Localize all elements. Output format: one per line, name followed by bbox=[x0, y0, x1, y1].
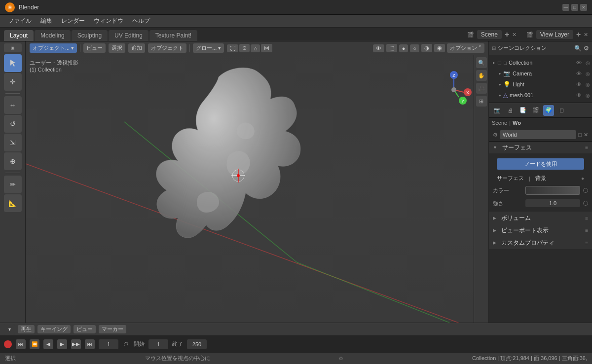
close-btn[interactable]: ✕ bbox=[580, 4, 587, 11]
tab-modeling[interactable]: Modeling bbox=[35, 30, 71, 41]
marker-btn[interactable]: マーカー bbox=[99, 325, 126, 333]
end-frame[interactable]: 250 bbox=[187, 339, 207, 349]
surface-section-header[interactable]: ▼ サーフェス ≡ bbox=[489, 142, 592, 153]
object-mode-dropdown[interactable]: オブジェクト... ▾ bbox=[30, 43, 77, 53]
rendered-btn[interactable]: ◉ bbox=[434, 44, 445, 52]
camera-eye[interactable]: 👁 bbox=[576, 71, 582, 76]
custom-props-options[interactable]: ≡ bbox=[585, 240, 588, 246]
prev-frame-btn[interactable]: ⏪ bbox=[30, 339, 39, 349]
camera-hide[interactable]: ◎ bbox=[586, 71, 590, 76]
outliner-item-collection[interactable]: ▸ ☐ □ Collection 👁 ◎ bbox=[489, 57, 592, 68]
material-btn[interactable]: ◑ bbox=[421, 44, 432, 52]
menu-window[interactable]: ウィンドウ bbox=[90, 16, 127, 26]
outliner-options[interactable]: ⚙ bbox=[584, 45, 589, 52]
collection-eye[interactable]: 👁 bbox=[576, 60, 582, 66]
jump-end-btn[interactable]: ⏭ bbox=[85, 339, 95, 349]
menu-edit[interactable]: 編集 bbox=[37, 16, 56, 26]
viewport-display-section-header[interactable]: ▶ ビューポート表示 ≡ bbox=[489, 224, 592, 236]
scene-props-btn[interactable]: 🎬 bbox=[530, 105, 541, 116]
mesh-eye[interactable]: 👁 bbox=[576, 92, 582, 98]
light-hide[interactable]: ◎ bbox=[586, 82, 590, 87]
scene-selector[interactable]: Scene bbox=[477, 30, 502, 39]
outliner-item-camera[interactable]: ▸ 📷 Camera 👁 ◎ bbox=[495, 68, 592, 79]
start-frame[interactable]: 1 bbox=[148, 339, 168, 349]
view-btn[interactable]: ビュー bbox=[74, 325, 96, 333]
viewport-display-options[interactable]: ≡ bbox=[585, 228, 588, 233]
3d-viewport[interactable]: ユーザー・透視投影 (1) Collection bbox=[26, 55, 488, 323]
collection-hide[interactable]: ◎ bbox=[586, 60, 590, 66]
outliner-item-light[interactable]: ▸ 💡 Light 👁 ◎ bbox=[495, 79, 592, 90]
measure-tool[interactable]: 📐 bbox=[4, 194, 22, 212]
render-props-btn[interactable]: 📷 bbox=[492, 105, 503, 116]
annotate-tool[interactable]: ✏ bbox=[4, 176, 22, 193]
object-props-btn[interactable]: ◻ bbox=[556, 105, 567, 116]
grid-tool[interactable]: ⊞ bbox=[476, 96, 487, 107]
pie-btn[interactable]: ⋈ bbox=[261, 44, 272, 52]
world-name-btn[interactable]: World bbox=[500, 130, 576, 139]
viewport-add-menu[interactable]: 追加 bbox=[128, 43, 145, 53]
volume-options[interactable]: ≡ bbox=[585, 216, 588, 221]
volume-section-header[interactable]: ▶ ボリューム ≡ bbox=[489, 212, 592, 224]
light-eye[interactable]: 👁 bbox=[576, 81, 582, 87]
transform-dropdown[interactable]: グロー... ▾ bbox=[193, 43, 224, 53]
mesh-hide[interactable]: ◎ bbox=[586, 93, 590, 98]
world-unlink-btn[interactable]: ✕ bbox=[584, 132, 588, 138]
world-tab-label[interactable]: Wo bbox=[513, 120, 521, 126]
tab-layout[interactable]: Layout bbox=[4, 30, 34, 41]
menu-help[interactable]: ヘルプ bbox=[128, 16, 154, 26]
play-btn[interactable]: ▶ bbox=[57, 339, 67, 349]
axis-widget: Z X Y bbox=[434, 70, 474, 109]
timeline-menu-btn[interactable]: ▾ bbox=[4, 324, 15, 335]
camera-tool[interactable]: 🎥 bbox=[476, 83, 487, 94]
tool-separator-1 bbox=[5, 93, 20, 94]
world-props-btn[interactable]: 🌍 bbox=[543, 105, 554, 116]
step-fwd-btn[interactable]: ▶▶ bbox=[71, 339, 81, 349]
camera-view-btn[interactable]: 👁 bbox=[373, 44, 384, 52]
zoom-tool[interactable]: 🔍 bbox=[476, 57, 487, 68]
move-tool[interactable]: ↔ bbox=[4, 96, 22, 114]
keying-btn[interactable]: キーイング bbox=[37, 325, 71, 333]
view-layer-selector[interactable]: View Layer bbox=[536, 30, 573, 39]
scale-tool[interactable]: ⇲ bbox=[4, 134, 22, 151]
right-viewport-tools: 🔍 ✋ 🎥 ⊞ bbox=[474, 55, 488, 323]
viewport-select-menu[interactable]: 選択 bbox=[109, 43, 125, 53]
view-layer-props-btn[interactable]: 📑 bbox=[518, 105, 528, 116]
xray-btn[interactable]: ⬚ bbox=[386, 44, 397, 52]
jump-start-btn[interactable]: ⏮ bbox=[16, 339, 26, 349]
tab-sculpting[interactable]: Sculpting bbox=[72, 30, 108, 41]
custom-props-section-header[interactable]: ▶ カスタムプロパティ ≡ bbox=[489, 237, 592, 249]
tab-texture-paint[interactable]: Texture Paint! bbox=[149, 30, 197, 41]
wireframe-btn[interactable]: ○ bbox=[410, 44, 419, 52]
select-tool[interactable] bbox=[4, 54, 22, 72]
step-back-btn[interactable]: ◀ bbox=[43, 339, 53, 349]
cursor-tool[interactable]: ✛ bbox=[4, 73, 22, 91]
window-controls[interactable]: — □ ✕ bbox=[562, 4, 587, 11]
color-picker[interactable] bbox=[525, 186, 580, 195]
maximize-btn[interactable]: □ bbox=[571, 4, 578, 11]
use-nodes-btn[interactable]: ノードを使用 bbox=[497, 158, 584, 170]
world-selector-bar: Scene | Wo bbox=[489, 118, 592, 128]
record-btn[interactable] bbox=[4, 340, 12, 348]
playback-btn[interactable]: 再生 bbox=[18, 325, 35, 333]
viewport-object-menu[interactable]: オブジェクト bbox=[148, 43, 186, 53]
tab-uv-editing[interactable]: UV Editing bbox=[109, 30, 148, 41]
surface-options[interactable]: ≡ bbox=[585, 145, 588, 150]
strength-value[interactable]: 1.0 bbox=[525, 199, 580, 207]
outliner-item-mesh[interactable]: ▸ △ mesh.001 👁 ◎ bbox=[495, 90, 592, 101]
viewport-view-menu[interactable]: ビュー bbox=[83, 43, 106, 53]
world-new-btn[interactable]: □ bbox=[578, 132, 582, 138]
minimize-btn[interactable]: — bbox=[562, 4, 569, 11]
rotate-tool[interactable]: ↺ bbox=[4, 115, 22, 133]
menu-render[interactable]: レンダー bbox=[57, 16, 89, 26]
solid-mode-btn[interactable]: ● bbox=[399, 44, 408, 52]
transform-tool[interactable]: ⊕ bbox=[4, 152, 22, 170]
output-props-btn[interactable]: 🖨 bbox=[505, 105, 516, 116]
menu-file[interactable]: ファイル bbox=[4, 16, 36, 26]
current-frame[interactable]: 1 bbox=[99, 339, 118, 349]
snap-btn[interactable]: ⛶ bbox=[227, 44, 238, 52]
option-btn[interactable]: オプション ˅ bbox=[447, 43, 484, 53]
filter-icon[interactable]: 🔍 bbox=[574, 45, 582, 52]
proportional-btn[interactable]: ⊙ bbox=[239, 44, 250, 52]
more-btn[interactable]: ⌂ bbox=[251, 44, 260, 52]
pan-tool[interactable]: ✋ bbox=[476, 70, 487, 81]
